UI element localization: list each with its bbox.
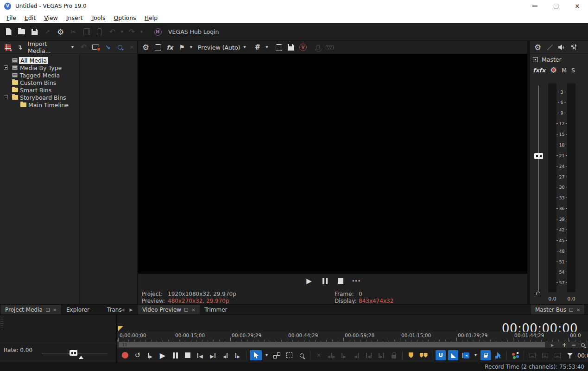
grid-overlay-button[interactable] xyxy=(252,42,263,53)
vegas-hub-button[interactable] xyxy=(152,26,164,38)
timecode-overlay-button[interactable] xyxy=(324,42,335,53)
menu-file[interactable]: File xyxy=(2,13,20,22)
menu-edit[interactable]: Edit xyxy=(20,13,40,22)
preview-stop-button[interactable] xyxy=(336,276,345,286)
tree-item-storyboard-bins[interactable]: Storyboard Bins xyxy=(0,94,79,101)
external-monitor-button[interactable] xyxy=(152,42,163,53)
edge-trim-button[interactable]: ◂ xyxy=(461,350,471,360)
play-from-start-button[interactable] xyxy=(145,350,155,360)
undock-icon[interactable] xyxy=(184,308,188,312)
undock-icon[interactable] xyxy=(46,308,50,312)
publish-button[interactable] xyxy=(42,26,53,38)
slide-button[interactable] xyxy=(364,350,374,360)
vegas-capture-button[interactable] xyxy=(297,42,308,53)
rate-slider-handle[interactable] xyxy=(70,350,77,356)
tab-scroll-left-icon[interactable]: ◀ xyxy=(120,305,126,315)
tree-item-custom-bins[interactable]: Custom Bins xyxy=(0,79,79,86)
refresh-media-button[interactable] xyxy=(78,42,89,52)
preview-play-button[interactable] xyxy=(304,276,314,286)
menu-help[interactable]: Help xyxy=(140,13,162,22)
tab-master-bus[interactable]: Master Bus xyxy=(531,305,584,315)
tree-item-main-timeline[interactable]: Main Timeline xyxy=(0,101,79,109)
collapse-icon[interactable] xyxy=(4,95,8,99)
tree-item-media-by-type[interactable]: Media By Type xyxy=(0,64,79,71)
menu-insert[interactable]: Insert xyxy=(62,13,87,22)
automation-settings-icon[interactable] xyxy=(550,65,557,75)
menu-view[interactable]: View xyxy=(40,13,62,22)
import-dropdown-caret-icon[interactable] xyxy=(70,41,75,53)
mixing-console-button[interactable] xyxy=(569,42,579,52)
tree-item-smart-bins[interactable]: Smart Bins xyxy=(0,86,79,94)
copy-snapshot-button[interactable] xyxy=(273,42,284,53)
search-media-button[interactable] xyxy=(114,42,125,52)
copy-button[interactable] xyxy=(81,26,92,38)
selection-box-tool-button[interactable] xyxy=(284,350,294,360)
new-project-button[interactable] xyxy=(3,26,14,38)
import-media-label[interactable]: Import Media... xyxy=(28,40,68,54)
project-properties-button[interactable] xyxy=(55,26,66,38)
minimize-button[interactable] xyxy=(524,0,545,12)
go-to-end-button[interactable] xyxy=(208,350,218,360)
maximize-button[interactable] xyxy=(545,0,567,12)
video-output-fx-button[interactable] xyxy=(164,42,175,53)
shuffle-button[interactable] xyxy=(376,350,386,360)
preview-more-button[interactable] xyxy=(352,276,361,286)
auto-ripple-toggle-button[interactable] xyxy=(448,350,458,360)
save-snapshot-button[interactable] xyxy=(285,42,296,53)
vegas-hub-login-label[interactable]: VEGAS Hub Login xyxy=(168,28,219,35)
color-grading-button[interactable] xyxy=(510,350,520,360)
menu-options[interactable]: Options xyxy=(109,13,140,22)
redo-dropdown-caret-icon[interactable] xyxy=(139,26,144,38)
undo-button[interactable] xyxy=(107,26,118,38)
remove-selected-media-button[interactable] xyxy=(126,42,137,52)
previous-frame-button[interactable] xyxy=(220,350,230,360)
go-to-start-button[interactable] xyxy=(195,350,205,360)
stop-button[interactable] xyxy=(183,350,193,360)
redo-button[interactable] xyxy=(126,26,138,38)
split-screen-caret-icon[interactable] xyxy=(189,42,194,53)
volume-fader-track[interactable] xyxy=(538,86,539,292)
preview-settings-button[interactable] xyxy=(140,42,151,53)
loop-region-marker-icon[interactable] xyxy=(118,326,123,331)
preview-quality-caret-icon[interactable] xyxy=(242,42,247,53)
menu-tools[interactable]: Tools xyxy=(87,13,110,22)
downmix-output-button[interactable] xyxy=(544,42,555,52)
insert-marker-button[interactable] xyxy=(406,350,416,360)
time-ruler[interactable]: 0:00:00;00 00:00:15;00 00:00:29;29 00:00… xyxy=(117,332,588,342)
paste-button[interactable] xyxy=(94,26,105,38)
record-button[interactable] xyxy=(120,350,130,360)
cursor-follows-toggle-button[interactable] xyxy=(493,350,503,360)
selection-tool-caret-icon[interactable] xyxy=(264,350,269,361)
preview-pause-button[interactable] xyxy=(320,276,329,286)
tab-project-media[interactable]: Project Media xyxy=(1,305,61,315)
mute-button[interactable]: M xyxy=(562,67,567,74)
next-frame-button[interactable] xyxy=(233,350,243,360)
tab-scroll-right-icon[interactable]: ▶ xyxy=(128,305,134,315)
slip-button[interactable] xyxy=(351,350,361,360)
save-project-button[interactable] xyxy=(29,26,40,38)
tree-item-tagged-media[interactable]: Tagged Media xyxy=(0,71,79,79)
lock-event-button[interactable] xyxy=(389,350,399,360)
grid-overlay-caret-icon[interactable] xyxy=(264,42,269,53)
undock-icon[interactable] xyxy=(569,308,573,312)
bus-fx-button[interactable]: fx xyxy=(533,67,545,74)
remove-all-media-button[interactable] xyxy=(2,42,13,52)
selection-tool-button[interactable] xyxy=(250,350,262,360)
trim-end-button[interactable] xyxy=(339,350,349,360)
tab-trimmer[interactable]: Trimmer xyxy=(200,305,232,315)
open-project-button[interactable] xyxy=(16,26,27,38)
zoom-tool-button[interactable] xyxy=(297,350,307,360)
solo-button[interactable]: S xyxy=(571,67,575,74)
volume-fader-handle[interactable] xyxy=(534,153,543,159)
lock-envelopes-toggle-button[interactable] xyxy=(481,350,491,360)
cut-button[interactable] xyxy=(68,26,79,38)
split-screen-view-button[interactable] xyxy=(177,42,187,53)
open-copy-in-trimmer-button[interactable] xyxy=(540,350,550,360)
tab-explorer[interactable]: Explorer xyxy=(62,305,94,315)
envelope-tool-button[interactable] xyxy=(272,350,282,360)
mixer-settings-button[interactable] xyxy=(532,42,543,52)
pause-button[interactable] xyxy=(170,350,180,360)
edge-trim-caret-icon[interactable] xyxy=(473,350,478,361)
delete-button[interactable] xyxy=(314,350,324,360)
expand-icon[interactable] xyxy=(4,65,8,70)
